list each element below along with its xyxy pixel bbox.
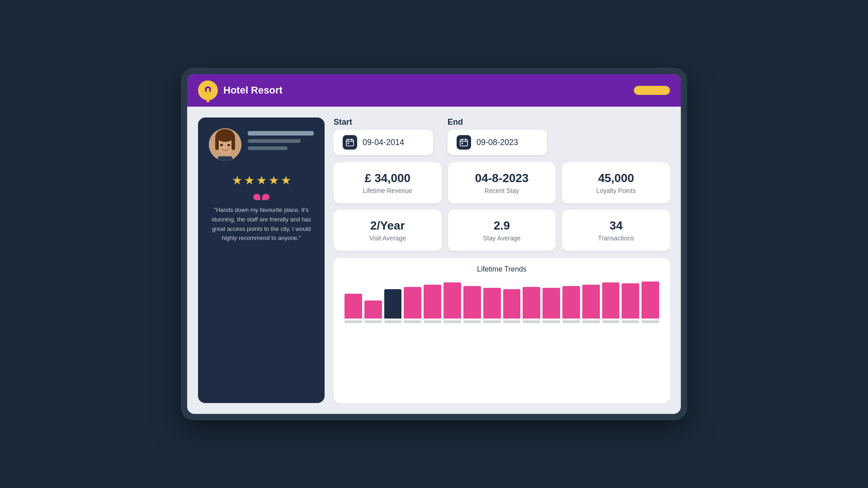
svg-point-10 <box>227 144 230 146</box>
header: Hotel Resort <box>187 74 681 107</box>
stat-label-2: Loyalty Points <box>596 187 636 194</box>
avatar-section <box>209 128 314 161</box>
x-tick-14 <box>622 320 639 323</box>
name-bar <box>248 131 314 136</box>
profile-card: ★ ★ ★ ★ ★ "Hands down my favourite place… <box>198 117 325 403</box>
star-5: ★ <box>281 174 291 188</box>
chart-section: Lifetime Trends <box>334 258 670 403</box>
detail-bar-1 <box>248 139 301 143</box>
chart-bar-5 <box>443 282 461 319</box>
x-tick-13 <box>602 320 620 323</box>
stat-value-4: 2.9 <box>494 219 510 233</box>
avatar <box>209 128 241 161</box>
stat-card-0: £ 34,000Lifetime Revenue <box>334 162 442 203</box>
start-date-input[interactable]: 09-04-2014 <box>334 130 433 155</box>
start-date-value: 09-04-2014 <box>363 138 404 147</box>
end-label: End <box>448 117 547 127</box>
review-text: "Hands down my favourite place, It's stu… <box>209 206 314 243</box>
quote-marks <box>253 194 269 200</box>
header-title: Hotel Resort <box>223 84 283 96</box>
x-tick-6 <box>463 320 481 323</box>
x-tick-12 <box>582 320 600 323</box>
x-tick-8 <box>503 320 521 323</box>
svg-point-9 <box>220 144 223 146</box>
chart-bar-1 <box>364 300 382 319</box>
stat-label-1: Recent Stay <box>485 187 519 194</box>
x-tick-7 <box>483 320 501 323</box>
quote-mark-right <box>262 194 269 200</box>
x-tick-10 <box>542 320 560 323</box>
end-date-input[interactable]: 09-08-2023 <box>448 130 547 155</box>
x-tick-2 <box>384 320 402 323</box>
svg-rect-7 <box>215 137 219 150</box>
main-content: ★ ★ ★ ★ ★ "Hands down my favourite place… <box>187 107 681 414</box>
x-tick-5 <box>443 320 461 323</box>
chart-bar-9 <box>523 287 540 319</box>
stat-label-3: Visit Average <box>369 235 406 242</box>
x-tick-4 <box>424 320 441 323</box>
chart-bar-11 <box>562 286 580 319</box>
svg-rect-11 <box>218 156 232 161</box>
chart-bar-13 <box>602 282 620 319</box>
stat-card-3: 2/YearVisit Average <box>334 210 442 251</box>
end-calendar-icon <box>457 135 471 150</box>
x-tick-0 <box>344 320 362 323</box>
chart-bar-4 <box>424 285 441 319</box>
star-3: ★ <box>256 174 267 188</box>
svg-rect-12 <box>346 140 354 146</box>
stat-value-2: 45,000 <box>598 171 634 185</box>
start-calendar-icon <box>343 135 357 150</box>
start-date-group: Start 09-04-20 <box>334 117 433 155</box>
stat-card-4: 2.9Stay Average <box>448 210 556 251</box>
chart-bar-6 <box>463 286 481 319</box>
x-tick-15 <box>642 320 659 323</box>
end-date-value: 09-08-2023 <box>476 138 518 147</box>
stat-value-1: 04-8-2023 <box>475 171 529 185</box>
stat-label-4: Stay Average <box>483 235 520 242</box>
x-tick-1 <box>364 320 382 323</box>
stat-card-2: 45,000Loyalty Points <box>562 162 670 203</box>
detail-bar-2 <box>248 146 288 150</box>
svg-rect-17 <box>460 140 467 146</box>
chart-bar-0 <box>344 294 362 319</box>
star-1: ★ <box>232 174 242 188</box>
svg-rect-16 <box>348 143 349 144</box>
chart-x-axis <box>343 320 661 323</box>
chart-bar-2 <box>384 289 402 319</box>
star-2: ★ <box>244 174 255 188</box>
stat-card-5: 34Transactions <box>562 210 670 251</box>
quote-mark-left <box>253 194 260 200</box>
chart-bar-8 <box>503 289 521 319</box>
profile-info <box>248 128 314 150</box>
x-tick-3 <box>404 320 421 323</box>
end-date-group: End 09-08-2023 <box>448 117 547 155</box>
star-4: ★ <box>269 174 279 188</box>
stat-card-1: 04-8-2023Recent Stay <box>448 162 556 203</box>
x-tick-11 <box>562 320 580 323</box>
date-row: Start 09-04-20 <box>334 117 670 155</box>
stat-label-5: Transactions <box>598 235 634 242</box>
stat-value-0: £ 34,000 <box>365 171 410 185</box>
right-panel: Start 09-04-20 <box>334 117 670 403</box>
chart-bar-12 <box>582 285 600 319</box>
svg-rect-21 <box>462 143 463 144</box>
chart-title: Lifetime Trends <box>343 265 661 273</box>
stats-grid: £ 34,000Lifetime Revenue04-8-2023Recent … <box>334 162 670 251</box>
chart-bar-14 <box>622 283 639 319</box>
star-rating: ★ ★ ★ ★ ★ <box>232 174 291 188</box>
header-action-button[interactable] <box>634 86 670 95</box>
chart-area <box>343 278 661 319</box>
chart-bar-3 <box>404 287 421 319</box>
stat-value-5: 34 <box>609 219 623 233</box>
logo-container: Hotel Resort <box>198 80 283 100</box>
x-tick-9 <box>523 320 540 323</box>
stat-label-0: Lifetime Revenue <box>363 187 412 194</box>
chart-bar-10 <box>542 288 560 319</box>
tablet-frame: Hotel Resort <box>181 68 687 420</box>
stat-value-3: 2/Year <box>370 219 405 233</box>
chart-bar-7 <box>483 288 501 319</box>
start-label: Start <box>334 117 433 127</box>
hotel-logo-icon <box>198 80 218 100</box>
tablet-screen: Hotel Resort <box>187 74 681 414</box>
svg-rect-8 <box>231 137 235 150</box>
